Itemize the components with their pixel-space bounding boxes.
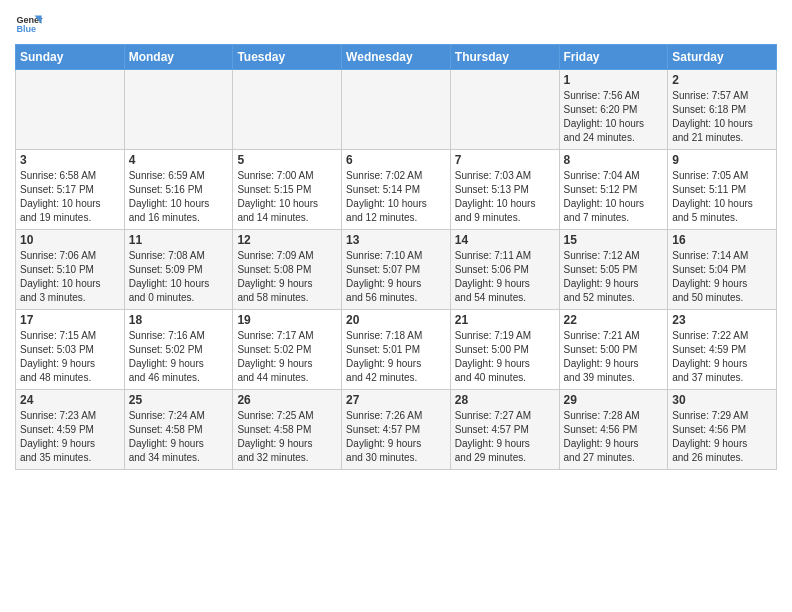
day-info: Sunrise: 7:16 AM Sunset: 5:02 PM Dayligh… [129, 329, 229, 385]
day-info: Sunrise: 7:19 AM Sunset: 5:00 PM Dayligh… [455, 329, 555, 385]
day-number: 8 [564, 153, 664, 167]
calendar-cell: 8Sunrise: 7:04 AM Sunset: 5:12 PM Daylig… [559, 150, 668, 230]
day-number: 7 [455, 153, 555, 167]
day-number: 1 [564, 73, 664, 87]
day-number: 14 [455, 233, 555, 247]
calendar-cell: 19Sunrise: 7:17 AM Sunset: 5:02 PM Dayli… [233, 310, 342, 390]
day-info: Sunrise: 7:03 AM Sunset: 5:13 PM Dayligh… [455, 169, 555, 225]
day-number: 30 [672, 393, 772, 407]
day-info: Sunrise: 7:02 AM Sunset: 5:14 PM Dayligh… [346, 169, 446, 225]
calendar-cell: 12Sunrise: 7:09 AM Sunset: 5:08 PM Dayli… [233, 230, 342, 310]
calendar-cell: 20Sunrise: 7:18 AM Sunset: 5:01 PM Dayli… [342, 310, 451, 390]
calendar-cell: 26Sunrise: 7:25 AM Sunset: 4:58 PM Dayli… [233, 390, 342, 470]
weekday-header: Thursday [450, 45, 559, 70]
day-info: Sunrise: 7:05 AM Sunset: 5:11 PM Dayligh… [672, 169, 772, 225]
calendar-cell: 6Sunrise: 7:02 AM Sunset: 5:14 PM Daylig… [342, 150, 451, 230]
day-number: 4 [129, 153, 229, 167]
day-info: Sunrise: 7:04 AM Sunset: 5:12 PM Dayligh… [564, 169, 664, 225]
day-info: Sunrise: 7:24 AM Sunset: 4:58 PM Dayligh… [129, 409, 229, 465]
calendar-table: SundayMondayTuesdayWednesdayThursdayFrid… [15, 44, 777, 470]
calendar-cell [233, 70, 342, 150]
page-container: General Blue SundayMondayTuesdayWednesda… [0, 0, 792, 480]
calendar-cell [16, 70, 125, 150]
logo-icon: General Blue [15, 10, 43, 38]
calendar-cell: 27Sunrise: 7:26 AM Sunset: 4:57 PM Dayli… [342, 390, 451, 470]
calendar-week-row: 10Sunrise: 7:06 AM Sunset: 5:10 PM Dayli… [16, 230, 777, 310]
day-info: Sunrise: 7:08 AM Sunset: 5:09 PM Dayligh… [129, 249, 229, 305]
day-info: Sunrise: 7:23 AM Sunset: 4:59 PM Dayligh… [20, 409, 120, 465]
calendar-cell: 21Sunrise: 7:19 AM Sunset: 5:00 PM Dayli… [450, 310, 559, 390]
day-number: 19 [237, 313, 337, 327]
calendar-cell: 14Sunrise: 7:11 AM Sunset: 5:06 PM Dayli… [450, 230, 559, 310]
weekday-header: Sunday [16, 45, 125, 70]
calendar-cell: 24Sunrise: 7:23 AM Sunset: 4:59 PM Dayli… [16, 390, 125, 470]
calendar-cell: 13Sunrise: 7:10 AM Sunset: 5:07 PM Dayli… [342, 230, 451, 310]
day-info: Sunrise: 7:28 AM Sunset: 4:56 PM Dayligh… [564, 409, 664, 465]
calendar-cell: 3Sunrise: 6:58 AM Sunset: 5:17 PM Daylig… [16, 150, 125, 230]
calendar-cell: 2Sunrise: 7:57 AM Sunset: 6:18 PM Daylig… [668, 70, 777, 150]
day-info: Sunrise: 7:56 AM Sunset: 6:20 PM Dayligh… [564, 89, 664, 145]
day-info: Sunrise: 7:57 AM Sunset: 6:18 PM Dayligh… [672, 89, 772, 145]
day-number: 23 [672, 313, 772, 327]
day-info: Sunrise: 7:14 AM Sunset: 5:04 PM Dayligh… [672, 249, 772, 305]
day-number: 18 [129, 313, 229, 327]
logo: General Blue [15, 10, 43, 38]
day-info: Sunrise: 7:18 AM Sunset: 5:01 PM Dayligh… [346, 329, 446, 385]
day-number: 5 [237, 153, 337, 167]
day-number: 29 [564, 393, 664, 407]
day-info: Sunrise: 7:29 AM Sunset: 4:56 PM Dayligh… [672, 409, 772, 465]
day-info: Sunrise: 7:09 AM Sunset: 5:08 PM Dayligh… [237, 249, 337, 305]
calendar-cell: 22Sunrise: 7:21 AM Sunset: 5:00 PM Dayli… [559, 310, 668, 390]
day-info: Sunrise: 7:26 AM Sunset: 4:57 PM Dayligh… [346, 409, 446, 465]
day-info: Sunrise: 7:21 AM Sunset: 5:00 PM Dayligh… [564, 329, 664, 385]
day-number: 27 [346, 393, 446, 407]
calendar-cell: 15Sunrise: 7:12 AM Sunset: 5:05 PM Dayli… [559, 230, 668, 310]
day-info: Sunrise: 7:22 AM Sunset: 4:59 PM Dayligh… [672, 329, 772, 385]
calendar-cell: 9Sunrise: 7:05 AM Sunset: 5:11 PM Daylig… [668, 150, 777, 230]
calendar-cell: 23Sunrise: 7:22 AM Sunset: 4:59 PM Dayli… [668, 310, 777, 390]
day-info: Sunrise: 7:00 AM Sunset: 5:15 PM Dayligh… [237, 169, 337, 225]
calendar-cell: 16Sunrise: 7:14 AM Sunset: 5:04 PM Dayli… [668, 230, 777, 310]
svg-text:Blue: Blue [16, 24, 36, 34]
day-number: 3 [20, 153, 120, 167]
day-number: 2 [672, 73, 772, 87]
calendar-cell: 4Sunrise: 6:59 AM Sunset: 5:16 PM Daylig… [124, 150, 233, 230]
day-info: Sunrise: 7:25 AM Sunset: 4:58 PM Dayligh… [237, 409, 337, 465]
calendar-cell: 5Sunrise: 7:00 AM Sunset: 5:15 PM Daylig… [233, 150, 342, 230]
day-number: 13 [346, 233, 446, 247]
day-number: 10 [20, 233, 120, 247]
weekday-header: Wednesday [342, 45, 451, 70]
calendar-week-row: 1Sunrise: 7:56 AM Sunset: 6:20 PM Daylig… [16, 70, 777, 150]
day-info: Sunrise: 7:11 AM Sunset: 5:06 PM Dayligh… [455, 249, 555, 305]
calendar-cell [124, 70, 233, 150]
day-number: 25 [129, 393, 229, 407]
day-number: 28 [455, 393, 555, 407]
header: General Blue [15, 10, 777, 38]
day-number: 22 [564, 313, 664, 327]
calendar-cell: 25Sunrise: 7:24 AM Sunset: 4:58 PM Dayli… [124, 390, 233, 470]
calendar-cell: 10Sunrise: 7:06 AM Sunset: 5:10 PM Dayli… [16, 230, 125, 310]
calendar-cell: 30Sunrise: 7:29 AM Sunset: 4:56 PM Dayli… [668, 390, 777, 470]
calendar-cell: 28Sunrise: 7:27 AM Sunset: 4:57 PM Dayli… [450, 390, 559, 470]
day-number: 20 [346, 313, 446, 327]
day-number: 12 [237, 233, 337, 247]
day-number: 6 [346, 153, 446, 167]
calendar-week-row: 24Sunrise: 7:23 AM Sunset: 4:59 PM Dayli… [16, 390, 777, 470]
day-number: 26 [237, 393, 337, 407]
calendar-cell: 1Sunrise: 7:56 AM Sunset: 6:20 PM Daylig… [559, 70, 668, 150]
day-number: 17 [20, 313, 120, 327]
weekday-header: Tuesday [233, 45, 342, 70]
day-number: 9 [672, 153, 772, 167]
day-info: Sunrise: 7:17 AM Sunset: 5:02 PM Dayligh… [237, 329, 337, 385]
day-number: 21 [455, 313, 555, 327]
day-info: Sunrise: 7:15 AM Sunset: 5:03 PM Dayligh… [20, 329, 120, 385]
calendar-week-row: 17Sunrise: 7:15 AM Sunset: 5:03 PM Dayli… [16, 310, 777, 390]
day-number: 15 [564, 233, 664, 247]
calendar-cell [450, 70, 559, 150]
weekday-header: Friday [559, 45, 668, 70]
day-info: Sunrise: 7:12 AM Sunset: 5:05 PM Dayligh… [564, 249, 664, 305]
day-number: 11 [129, 233, 229, 247]
day-info: Sunrise: 6:59 AM Sunset: 5:16 PM Dayligh… [129, 169, 229, 225]
weekday-header: Saturday [668, 45, 777, 70]
calendar-cell: 17Sunrise: 7:15 AM Sunset: 5:03 PM Dayli… [16, 310, 125, 390]
